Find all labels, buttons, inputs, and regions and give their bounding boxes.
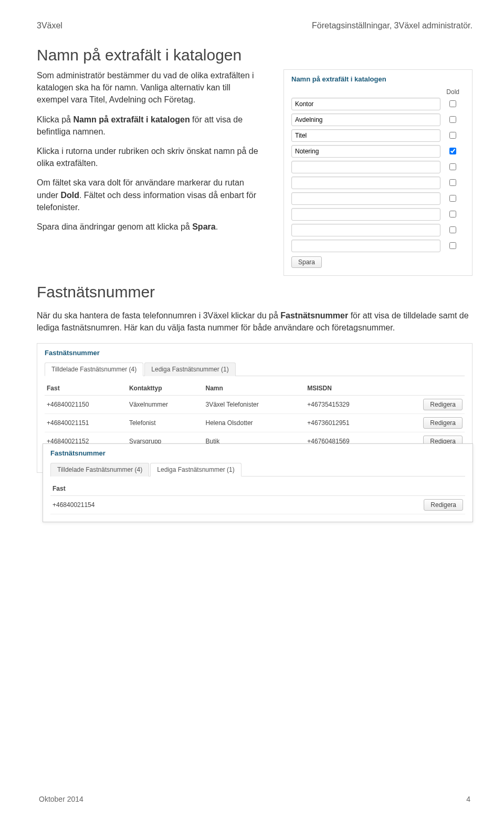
tab-available[interactable]: Lediga Fastnätsnummer (1)	[144, 363, 235, 376]
section1-text: Som administratör bestämmer du vad de ol…	[37, 69, 262, 276]
extrafields-panel: Namn på extrafält i katalogen Dold	[284, 69, 472, 276]
extrafield-hidden-2[interactable]	[449, 132, 456, 139]
field-row	[291, 98, 465, 110]
extrafield-input-5[interactable]	[291, 177, 440, 189]
cell-fast: +46840021154	[50, 496, 265, 514]
tab-allocated[interactable]: Tilldelade Fastnätsnummer (4)	[45, 363, 143, 376]
field-row	[291, 145, 465, 158]
section1-p4: Om fältet ska vara dolt för användare ma…	[37, 177, 262, 213]
field-row	[291, 161, 465, 173]
section1-p5: Spara dina ändringar genom att klicka på…	[37, 221, 262, 233]
col-namn: Namn	[204, 381, 306, 396]
table-row: +46840021150 Växelnummer 3Växel Telefoni…	[45, 396, 465, 414]
shot1-title: Fastnätsnummer	[45, 349, 465, 357]
save-button[interactable]: Spara	[291, 256, 322, 268]
footer-page: 4	[466, 795, 470, 803]
fastnat-screenshot-1: Fastnätsnummer Tilldelade Fastnätsnummer…	[37, 343, 472, 473]
field-row	[291, 192, 465, 205]
cell-name: Helena Olsdotter	[204, 414, 306, 432]
extrafield-hidden-4[interactable]	[449, 163, 456, 170]
extrafield-hidden-9[interactable]	[449, 242, 456, 249]
bold-link-name: Namn på extrafält i katalogen	[73, 115, 190, 124]
table-row: +46840021151 Telefonist Helena Olsdotter…	[45, 414, 465, 432]
field-row	[291, 208, 465, 221]
section1-p1: Som administratör bestämmer du vad de ol…	[37, 69, 262, 106]
bold-fastnat: Fastnätsnummer	[280, 311, 348, 320]
field-row	[291, 177, 465, 189]
section1-p3: Klicka i rutorna under rubriken och skri…	[37, 145, 262, 169]
panel-col-hidden: Dold	[446, 88, 459, 96]
extrafield-hidden-6[interactable]	[449, 195, 456, 202]
extrafield-input-1[interactable]	[291, 113, 440, 126]
col-msisdn: MSISDN	[305, 381, 387, 396]
section2-p1: När du ska hantera de fasta telefonnumre…	[37, 309, 472, 334]
extrafield-hidden-3[interactable]	[449, 148, 456, 154]
bold-spara: Spara	[192, 222, 215, 231]
cell-type: Telefonist	[127, 414, 204, 432]
col-kontakttyp: Kontakttyp	[127, 381, 204, 396]
extrafield-hidden-5[interactable]	[449, 179, 456, 186]
field-row	[291, 113, 465, 126]
header-left: 3Växel	[37, 21, 62, 30]
section1-title: Namn på extrafält i katalogen	[37, 46, 472, 64]
extrafield-input-2[interactable]	[291, 129, 440, 142]
shot2-table: Fast +46840021154 Redigera	[50, 482, 465, 514]
tab-available-2[interactable]: Lediga Fastnätsnummer (1)	[150, 463, 241, 477]
page-footer: Oktober 2014 4	[37, 795, 472, 803]
section1-p2: Klicka på Namn på extrafält i katalogen …	[37, 113, 262, 138]
extrafield-hidden-7[interactable]	[449, 211, 456, 218]
extrafield-input-3[interactable]	[291, 145, 440, 158]
section2-title: Fastnätsnummer	[37, 283, 472, 301]
footer-date: Oktober 2014	[39, 795, 83, 803]
table-row: +46840021154 Redigera	[50, 496, 465, 514]
field-row	[291, 224, 465, 236]
extrafield-input-8[interactable]	[291, 224, 440, 236]
field-row	[291, 240, 465, 252]
cell-name: 3Växel Telefonister	[204, 396, 306, 414]
fastnat-screenshot-2: Fastnätsnummer Tilldelade Fastnätsnummer…	[43, 443, 473, 522]
cell-fast: +46840021151	[45, 414, 127, 432]
extrafield-hidden-0[interactable]	[449, 100, 456, 107]
extrafield-input-0[interactable]	[291, 98, 440, 110]
cell-msisdn: +46735415329	[305, 396, 387, 414]
header-right: Företagsinställningar, 3Växel administra…	[312, 21, 472, 30]
panel-title: Namn på extrafält i katalogen	[291, 75, 465, 83]
tab-allocated-2[interactable]: Tilldelade Fastnätsnummer (4)	[50, 463, 149, 477]
edit-button[interactable]: Redigera	[423, 417, 463, 429]
col-fast-2: Fast	[50, 482, 265, 496]
extrafield-input-4[interactable]	[291, 161, 440, 173]
bold-dold: Dold	[60, 191, 79, 200]
shot1-tabs: Tilldelade Fastnätsnummer (4) Lediga Fas…	[45, 362, 465, 376]
cell-msisdn: +46736012951	[305, 414, 387, 432]
edit-button[interactable]: Redigera	[423, 399, 463, 410]
extrafield-input-9[interactable]	[291, 240, 440, 252]
field-row	[291, 129, 465, 142]
extrafield-input-7[interactable]	[291, 208, 440, 221]
cell-fast: +46840021150	[45, 396, 127, 414]
edit-button[interactable]: Redigera	[424, 499, 463, 511]
col-fast: Fast	[45, 381, 127, 396]
shot2-tabs: Tilldelade Fastnätsnummer (4) Lediga Fas…	[50, 462, 465, 477]
extrafield-input-6[interactable]	[291, 192, 440, 205]
shot2-title: Fastnätsnummer	[50, 449, 465, 457]
extrafield-hidden-8[interactable]	[449, 226, 456, 233]
extrafield-hidden-1[interactable]	[449, 116, 456, 123]
page-header: 3Växel Företagsinställningar, 3Växel adm…	[37, 21, 472, 30]
cell-type: Växelnummer	[127, 396, 204, 414]
